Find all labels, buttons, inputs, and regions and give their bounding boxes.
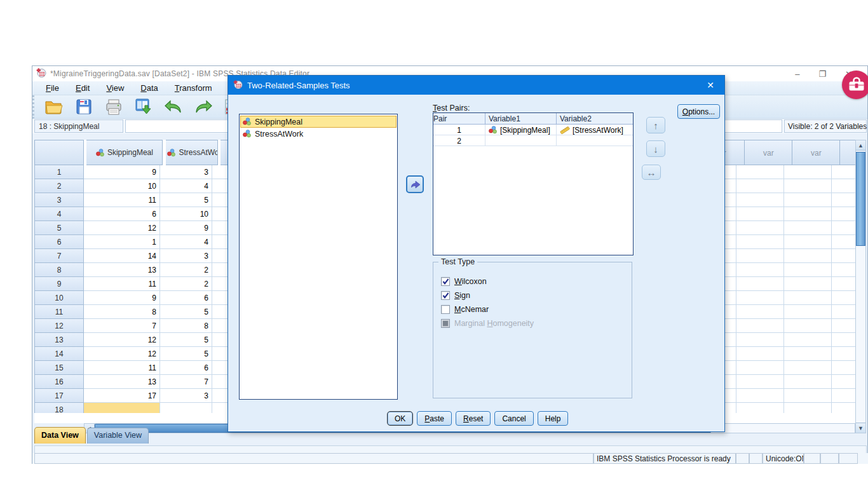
cell-stressatwork[interactable]: 5 (160, 305, 212, 319)
row-header[interactable]: 7 (34, 249, 84, 263)
column-header-stressatwork[interactable]: StressAtWork (166, 140, 218, 165)
row-header[interactable]: 12 (34, 319, 84, 333)
cell-empty[interactable] (784, 389, 832, 403)
cell-skippingmeal[interactable]: 1 (84, 235, 160, 249)
vertical-scrollbar[interactable]: ▲ ▼ (855, 140, 866, 433)
cell-empty[interactable] (832, 389, 855, 403)
print-icon[interactable] (103, 97, 125, 116)
cell-skippingmeal[interactable]: 17 (84, 389, 160, 403)
cell-empty[interactable] (832, 207, 855, 221)
cell-skippingmeal[interactable]: 11 (84, 277, 160, 291)
cell-skippingmeal[interactable]: 12 (84, 221, 160, 235)
row-header[interactable]: 4 (34, 207, 84, 221)
cell-empty[interactable] (832, 179, 855, 193)
cancel-button[interactable]: Cancel (494, 411, 533, 426)
cell-stressatwork[interactable]: 3 (160, 389, 212, 403)
cell-empty[interactable] (736, 319, 784, 333)
row-header[interactable]: 3 (34, 193, 84, 207)
cell-empty[interactable] (832, 277, 855, 291)
row-header[interactable]: 6 (34, 235, 84, 249)
cell-empty[interactable] (784, 375, 832, 389)
test-pairs-table[interactable]: PairVariable1Variable2 1[SkippingMeal][S… (433, 112, 634, 255)
cell-empty[interactable] (736, 333, 784, 347)
cell-skippingmeal[interactable]: 13 (84, 375, 160, 389)
column-header-var[interactable]: var (792, 140, 840, 165)
cell-empty[interactable] (784, 291, 832, 305)
cell-empty[interactable] (832, 305, 855, 319)
help-button[interactable]: Help (538, 411, 569, 426)
row-header[interactable]: 17 (34, 389, 84, 403)
row-header[interactable]: 18 (34, 403, 84, 413)
cell-stressatwork[interactable]: 6 (160, 361, 212, 375)
toolbox-badge-icon[interactable] (842, 71, 868, 99)
cell-empty[interactable] (160, 403, 212, 413)
cell-skippingmeal[interactable]: 14 (84, 249, 160, 263)
cell-empty[interactable] (784, 347, 832, 361)
row-header[interactable]: 16 (34, 375, 84, 389)
menu-edit[interactable]: Edit (67, 82, 98, 94)
cell-empty[interactable] (736, 291, 784, 305)
pairs-row[interactable]: 2 (433, 135, 633, 146)
cell-empty[interactable] (832, 249, 855, 263)
move-pair-up-button[interactable]: ↑ (646, 117, 665, 133)
pairs-row[interactable]: 1[SkippingMeal][StressAtWork] (433, 125, 633, 135)
cell-skippingmeal[interactable]: 6 (84, 207, 160, 221)
cell-skippingmeal[interactable]: 11 (84, 361, 160, 375)
scroll-up-icon[interactable]: ▲ (856, 140, 865, 151)
cell-empty[interactable] (784, 319, 832, 333)
cell-skippingmeal[interactable]: 8 (84, 305, 160, 319)
cell-skippingmeal[interactable]: 12 (84, 347, 160, 361)
recall-recently-used-dialogs-icon[interactable] (133, 97, 154, 116)
menu-view[interactable]: View (98, 82, 132, 94)
checkbox-box[interactable] (441, 305, 450, 314)
cell-empty[interactable] (736, 389, 784, 403)
cell-stressatwork[interactable]: 4 (160, 179, 212, 193)
cell-stressatwork[interactable]: 7 (160, 375, 212, 389)
row-header[interactable]: 1 (34, 165, 84, 179)
cell-empty[interactable] (832, 347, 855, 361)
cell-empty[interactable] (784, 403, 832, 413)
cell-empty[interactable] (832, 235, 855, 249)
open-data-document-icon[interactable] (43, 97, 65, 116)
restore-button[interactable]: ❐ (818, 69, 826, 79)
cell-empty[interactable] (784, 165, 832, 179)
cell-empty[interactable] (736, 165, 784, 179)
cell-empty[interactable] (736, 277, 784, 291)
row-header[interactable]: 14 (34, 347, 84, 361)
undo-icon[interactable] (163, 97, 184, 116)
cell-empty[interactable] (784, 263, 832, 277)
checkbox-box[interactable] (441, 277, 450, 286)
selected-cell[interactable] (84, 403, 160, 413)
cell-empty[interactable] (736, 375, 784, 389)
scroll-down-icon[interactable]: ▼ (856, 423, 865, 433)
cell-stressatwork[interactable]: 2 (160, 277, 212, 291)
cell-empty[interactable] (736, 249, 784, 263)
dialog-close-icon[interactable]: ✕ (696, 76, 724, 95)
reset-button[interactable]: Reset (456, 411, 491, 426)
cell-empty[interactable] (784, 221, 832, 235)
row-header[interactable]: 15 (34, 361, 84, 375)
save-document-icon[interactable] (73, 97, 95, 116)
cell-stressatwork[interactable]: 3 (160, 165, 212, 179)
cell-empty[interactable] (736, 235, 784, 249)
move-pair-down-button[interactable]: ↓ (646, 140, 665, 157)
ok-button[interactable]: OK (387, 411, 413, 426)
cell-stressatwork[interactable]: 6 (160, 291, 212, 305)
cell-empty[interactable] (784, 305, 832, 319)
cell-empty[interactable] (736, 263, 784, 277)
variable-item-stressatwork[interactable]: StressAtWork (240, 128, 397, 140)
menu-data[interactable]: Data (132, 82, 166, 94)
row-header[interactable]: 13 (34, 333, 84, 347)
cell-empty[interactable] (832, 221, 855, 235)
cell-empty[interactable] (736, 361, 784, 375)
cell-stressatwork[interactable]: 5 (160, 193, 212, 207)
cell-empty[interactable] (784, 277, 832, 291)
cell-empty[interactable] (832, 193, 855, 207)
cell-empty[interactable] (832, 165, 855, 179)
cell-empty[interactable] (736, 179, 784, 193)
column-header-var[interactable]: var (840, 140, 855, 165)
checkbox-sign[interactable]: Sign (441, 291, 470, 300)
cell-skippingmeal[interactable]: 11 (84, 193, 160, 207)
cell-stressatwork[interactable]: 5 (160, 333, 212, 347)
cell-skippingmeal[interactable]: 12 (84, 333, 160, 347)
